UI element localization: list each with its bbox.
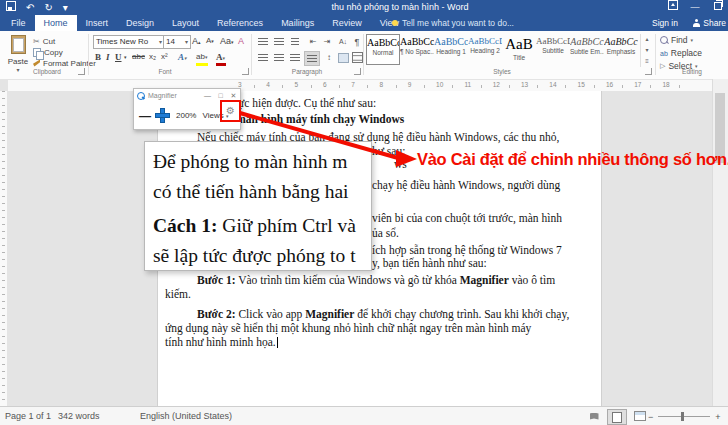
word-count[interactable]: 342 words <box>58 407 100 425</box>
format-painter-button[interactable]: Format Painter <box>33 58 96 68</box>
align-right-button[interactable] <box>288 51 302 64</box>
font-size-combo[interactable]: 14▾ <box>163 35 191 49</box>
font-color-button[interactable]: A▾ <box>216 52 225 62</box>
print-layout-button[interactable] <box>607 409 627 425</box>
zoom-in-status-button[interactable]: + <box>715 412 720 422</box>
align-right-icon <box>290 54 300 62</box>
styles-dialog-launcher[interactable] <box>645 68 652 75</box>
find-button[interactable]: Find ▾ <box>660 35 693 45</box>
restore-button[interactable] <box>706 0 728 15</box>
group-separator <box>88 34 89 75</box>
tab-review[interactable]: Review <box>323 15 371 31</box>
web-layout-button[interactable] <box>631 409 649 423</box>
multilevel-list-button[interactable] <box>288 35 302 48</box>
style-heading-1[interactable]: AaBbCcHeading 1 <box>434 34 468 65</box>
chevron-down-icon: ▾ <box>691 37 694 43</box>
grow-font-button[interactable]: A▴ <box>192 36 201 46</box>
numbering-button[interactable] <box>272 35 286 48</box>
style-subtle-em-[interactable]: AaBbCcSubtle Em... <box>570 34 604 65</box>
replace-button[interactable]: ab Replace <box>660 48 702 58</box>
highlight-button[interactable]: ab▾ <box>196 52 207 61</box>
tell-me-box[interactable]: Tell me what you want to do... <box>392 15 514 31</box>
gallery-down-button[interactable]: ▾ <box>641 45 653 56</box>
bullets-button[interactable] <box>256 35 270 48</box>
cut-label: Cut <box>43 37 55 46</box>
strikethrough-button[interactable]: abc <box>132 52 145 61</box>
tab-file[interactable]: File <box>2 15 35 31</box>
chevron-down-icon[interactable]: ▾ <box>124 54 127 60</box>
change-case-button[interactable]: Aa▾ <box>220 36 234 46</box>
ribbon-display-options-button[interactable] <box>662 0 684 15</box>
highlight-color-swatch <box>196 63 208 66</box>
styles-gallery: AaBbCcNormalAaBbCc¶ No Spac...AaBbCcHead… <box>366 34 638 65</box>
style-subtitle[interactable]: AaBbCcDSubtitle <box>536 34 570 65</box>
group-separator <box>251 34 252 75</box>
document-text-line: viên bi của con chuột tới trước, màn hìn… <box>372 212 562 225</box>
tab-design[interactable]: Design <box>117 15 163 31</box>
magnifier-minimize-button[interactable]: — <box>201 89 214 102</box>
cut-button[interactable]: ✂ Cut <box>33 36 55 46</box>
paragraph-dialog-launcher[interactable] <box>354 68 361 75</box>
style-heading-2[interactable]: AaBbCcDHeading 2 <box>468 34 502 65</box>
gallery-more-button[interactable]: ≡ <box>641 56 653 67</box>
read-mode-button[interactable] <box>585 409 603 423</box>
zoom-slider[interactable] <box>658 416 710 417</box>
shading-button[interactable] <box>336 51 350 64</box>
sign-in-button[interactable]: Sign in <box>652 15 678 31</box>
zoom-in-button[interactable] <box>155 108 170 123</box>
align-left-button[interactable] <box>256 51 270 64</box>
document-area: 3456789101112131415161718 ực hiện được. … <box>0 79 728 406</box>
line-spacing-button[interactable]: ↕ <box>322 51 336 64</box>
customize-qat-button[interactable]: ▾ <box>63 0 68 15</box>
text-effects-button[interactable]: A▾ <box>178 52 187 62</box>
tab-home[interactable]: Home <box>35 15 77 31</box>
clipboard-dialog-launcher[interactable] <box>78 68 85 75</box>
tab-layout[interactable]: Layout <box>163 15 208 31</box>
tab-mailings[interactable]: Mailings <box>272 15 323 31</box>
subscript-button[interactable]: x₂ <box>149 52 156 61</box>
decrease-indent-button[interactable]: ⇤ <box>306 35 320 48</box>
style-emphasis[interactable]: AaBbCcEmphasis <box>604 34 638 65</box>
italic-button[interactable]: I <box>106 52 110 62</box>
style-preview: AaBbCcD <box>468 36 502 46</box>
copy-button[interactable]: Copy <box>33 47 63 57</box>
underline-button[interactable]: U <box>115 52 122 62</box>
undo-button[interactable]: ↶ <box>26 0 34 15</box>
shrink-font-button[interactable]: A▾ <box>206 36 214 45</box>
magnifier-window[interactable]: Magnifier — □ ✕ — 200% Views ▾ ⚙ <box>133 88 241 130</box>
redo-button[interactable]: ↻ <box>44 0 52 15</box>
style--no-spac-[interactable]: AaBbCc¶ No Spac... <box>400 34 434 65</box>
justify-button[interactable] <box>304 51 320 66</box>
share-button[interactable]: Share <box>693 15 726 31</box>
replace-icon: ab <box>660 50 668 57</box>
borders-button[interactable] <box>350 51 364 64</box>
gear-icon[interactable]: ⚙ <box>226 106 235 116</box>
show-paragraph-marks-button[interactable]: ¶ <box>350 35 364 48</box>
zoom-slider-thumb[interactable] <box>681 412 684 421</box>
magnifier-lens[interactable]: Để phóng to màn hình mcó thể tiến hành b… <box>144 141 372 271</box>
clear-formatting-button[interactable]: A <box>238 36 244 46</box>
save-button[interactable] <box>6 0 16 15</box>
style-title[interactable]: AaBTitle <box>502 34 536 65</box>
bold-button[interactable]: B <box>95 52 101 62</box>
document-text-line: ích hợp sẵn trong hệ thống từ Windows 7 <box>372 244 562 257</box>
paragraph-group-label: Paragraph <box>282 68 332 75</box>
font-family-combo[interactable]: Times New Ro▾ <box>93 35 165 49</box>
format-painter-icon <box>33 60 40 67</box>
minimize-button[interactable]: — <box>684 0 706 15</box>
tab-references[interactable]: References <box>208 15 272 31</box>
increase-indent-button[interactable]: ⇥ <box>320 35 334 48</box>
style-normal[interactable]: AaBbCcNormal <box>366 34 400 65</box>
page-indicator[interactable]: Page 1 of 1 <box>5 407 51 425</box>
document-text-line: y, bạn tiến hành như sau: <box>372 257 487 270</box>
word-application-window: ↶ ↻ ▾ thu nhỏ phóng to màn hình - Word —… <box>0 0 728 425</box>
language-indicator[interactable]: English (United States) <box>140 407 232 425</box>
zoom-out-button[interactable]: — <box>139 109 151 123</box>
align-center-button[interactable] <box>272 51 286 64</box>
superscript-button[interactable]: x² <box>161 52 168 61</box>
sort-button[interactable]: A↓ <box>336 35 350 48</box>
tab-insert[interactable]: Insert <box>77 15 118 31</box>
zoom-out-status-button[interactable]: − <box>648 412 653 422</box>
font-dialog-launcher[interactable] <box>242 68 249 75</box>
gallery-up-button[interactable]: ▴ <box>641 34 653 45</box>
